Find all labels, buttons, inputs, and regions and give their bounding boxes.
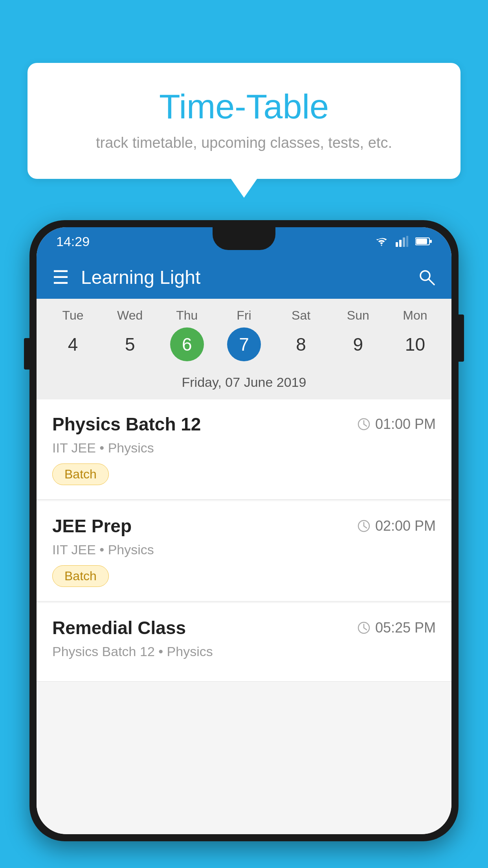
days-row: Tue4Wed5Thu6Fri7Sat8Sun9Mon10	[37, 308, 451, 361]
day-label: Thu	[176, 308, 198, 323]
day-col-sun[interactable]: Sun9	[334, 308, 382, 361]
speech-bubble-card: Time-Table track timetable, upcoming cla…	[28, 63, 460, 179]
calendar-section: Tue4Wed5Thu6Fri7Sat8Sun9Mon10 Friday, 07…	[37, 299, 451, 399]
svg-rect-2	[403, 237, 405, 247]
schedule-time: 02:00 PM	[357, 518, 436, 534]
schedule-list: Physics Batch 12 01:00 PMIIT JEE • Physi…	[37, 399, 451, 834]
day-col-thu[interactable]: Thu6	[163, 308, 211, 361]
svg-rect-3	[406, 236, 408, 247]
signal-icon	[396, 236, 408, 247]
schedule-meta: IIT JEE • Physics	[52, 542, 436, 557]
schedule-item-header: JEE Prep 02:00 PM	[52, 515, 436, 537]
schedule-meta: IIT JEE • Physics	[52, 440, 436, 456]
phone-notch	[213, 227, 275, 250]
time-text: 02:00 PM	[375, 518, 436, 534]
day-number: 6	[170, 327, 204, 361]
speech-bubble-area: Time-Table track timetable, upcoming cla…	[28, 63, 460, 179]
search-icon[interactable]	[418, 268, 436, 286]
day-number: 7	[227, 327, 261, 361]
day-col-tue[interactable]: Tue4	[50, 308, 97, 361]
day-number: 10	[398, 327, 432, 361]
schedule-item[interactable]: Physics Batch 12 01:00 PMIIT JEE • Physi…	[37, 399, 451, 500]
selected-date-label: Friday, 07 June 2019	[37, 368, 451, 399]
day-label: Wed	[117, 308, 143, 323]
hamburger-icon[interactable]: ☰	[52, 266, 69, 288]
clock-icon	[357, 519, 371, 533]
svg-rect-0	[396, 242, 398, 247]
day-label: Sat	[292, 308, 310, 323]
svg-line-14	[364, 526, 367, 528]
phone-frame: 14:29	[29, 220, 459, 841]
day-label: Tue	[62, 308, 84, 323]
day-number: 4	[56, 327, 90, 361]
batch-badge: Batch	[52, 463, 109, 485]
schedule-name: JEE Prep	[52, 515, 132, 537]
schedule-item-header: Physics Batch 12 01:00 PM	[52, 414, 436, 435]
day-number: 9	[341, 327, 375, 361]
svg-line-17	[364, 628, 367, 630]
wifi-icon	[374, 236, 389, 247]
svg-line-11	[364, 424, 367, 426]
svg-line-8	[429, 279, 434, 285]
day-label: Mon	[403, 308, 427, 323]
status-icons	[374, 236, 432, 247]
svg-rect-1	[399, 240, 402, 247]
battery-icon	[415, 237, 432, 246]
day-label: Fri	[237, 308, 251, 323]
svg-rect-5	[416, 239, 427, 244]
phone-wrapper: 14:29	[29, 220, 459, 868]
day-number: 8	[284, 327, 318, 361]
status-time: 14:29	[56, 234, 90, 249]
schedule-time: 01:00 PM	[357, 416, 436, 432]
day-col-mon[interactable]: Mon10	[391, 308, 438, 361]
day-number: 5	[113, 327, 147, 361]
day-col-fri[interactable]: Fri7	[220, 308, 268, 361]
time-text: 05:25 PM	[375, 620, 436, 636]
schedule-item[interactable]: JEE Prep 02:00 PMIIT JEE • PhysicsBatch	[37, 501, 451, 601]
speech-bubble-title: Time-Table	[59, 86, 429, 127]
schedule-item-header: Remedial Class 05:25 PM	[52, 617, 436, 638]
clock-icon	[357, 417, 371, 431]
clock-icon	[357, 621, 371, 634]
batch-badge: Batch	[52, 565, 109, 587]
svg-rect-6	[430, 240, 432, 243]
schedule-time: 05:25 PM	[357, 620, 436, 636]
day-col-sat[interactable]: Sat8	[277, 308, 325, 361]
speech-bubble-subtitle: track timetable, upcoming classes, tests…	[59, 134, 429, 151]
app-title: Learning Light	[81, 267, 418, 288]
time-text: 01:00 PM	[375, 416, 436, 432]
schedule-name: Physics Batch 12	[52, 414, 201, 435]
schedule-name: Remedial Class	[52, 617, 186, 638]
day-col-wed[interactable]: Wed5	[106, 308, 154, 361]
phone-screen: 14:29	[37, 227, 451, 834]
day-label: Sun	[347, 308, 369, 323]
app-bar: ☰ Learning Light	[37, 256, 451, 299]
schedule-meta: Physics Batch 12 • Physics	[52, 644, 436, 659]
schedule-item[interactable]: Remedial Class 05:25 PMPhysics Batch 12 …	[37, 603, 451, 682]
